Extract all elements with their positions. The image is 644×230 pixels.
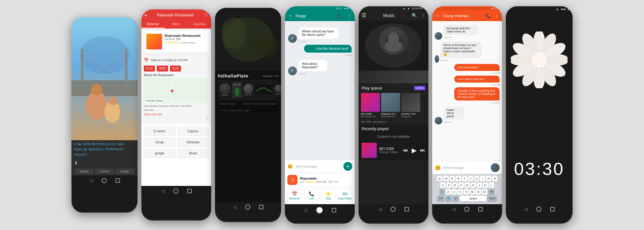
back-btn[interactable]: ◁ bbox=[378, 207, 382, 212]
depth-knob[interactable] bbox=[244, 84, 253, 93]
share-btn[interactable]: Share bbox=[177, 149, 209, 158]
key-a[interactable]: A bbox=[440, 182, 445, 188]
back-btn[interactable]: ◁ bbox=[89, 178, 93, 183]
open-btn[interactable]: OPEN bbox=[414, 86, 425, 90]
call-btn[interactable]: 📞 Call bbox=[304, 189, 318, 202]
key-o[interactable]: O bbox=[486, 176, 491, 181]
key-m[interactable]: M bbox=[482, 189, 488, 195]
yelp-btn[interactable]: ⭐ Yelp bbox=[321, 189, 335, 202]
key-q[interactable]: Q bbox=[437, 176, 442, 181]
slot-3[interactable]: 8:15 bbox=[170, 66, 181, 72]
google-btn[interactable]: google bbox=[115, 169, 134, 174]
home-btn[interactable] bbox=[245, 204, 250, 210]
recents-btn[interactable] bbox=[116, 178, 120, 183]
key-p[interactable]: P bbox=[492, 176, 497, 181]
key-f[interactable]: F bbox=[459, 182, 464, 188]
menu-icon[interactable]: ☰ bbox=[362, 12, 366, 18]
phone-icon[interactable]: 📞 bbox=[485, 13, 491, 18]
emoji-icon[interactable]: 😊 bbox=[435, 165, 441, 171]
slot-2[interactable]: 8:00 bbox=[157, 66, 168, 72]
recents-btn[interactable] bbox=[259, 205, 263, 209]
key-d[interactable]: D bbox=[452, 182, 458, 188]
mod-knob[interactable] bbox=[275, 85, 281, 92]
editing-btn[interactable]: editing bbox=[75, 169, 94, 174]
back-btn[interactable]: ◁ bbox=[161, 188, 165, 193]
key-b[interactable]: B bbox=[470, 189, 475, 195]
return-key[interactable]: return bbox=[487, 196, 497, 201]
key-u[interactable]: U bbox=[474, 176, 479, 181]
delete-key[interactable]: ⌫ bbox=[488, 189, 495, 195]
key-n[interactable]: N bbox=[476, 189, 481, 195]
play-btn[interactable]: ▶ bbox=[412, 147, 416, 154]
recents-btn[interactable] bbox=[187, 189, 192, 193]
key-z[interactable]: Z bbox=[446, 189, 451, 195]
recents-btn[interactable] bbox=[404, 207, 409, 211]
drive-label: DRIVE bbox=[220, 94, 230, 96]
scrap-btn[interactable]: Scrap bbox=[144, 138, 175, 147]
key-l[interactable]: L bbox=[489, 182, 494, 188]
key-s[interactable]: S bbox=[446, 182, 451, 188]
mode-text: MODE: Chrome bbox=[219, 103, 235, 105]
reserve-btn[interactable]: 📅 Reserve bbox=[287, 189, 302, 202]
back-btn[interactable]: ◁ bbox=[452, 207, 455, 212]
home-btn[interactable] bbox=[464, 207, 469, 212]
key-g[interactable]: G bbox=[465, 182, 470, 188]
home-btn[interactable] bbox=[316, 207, 323, 214]
back-btn[interactable]: ← bbox=[288, 13, 293, 19]
tab-reviews[interactable]: Reviews bbox=[188, 20, 211, 28]
slot-1[interactable]: 6:15 bbox=[144, 66, 155, 72]
key-c[interactable]: C bbox=[458, 189, 463, 195]
tab-menu[interactable]: Menu bbox=[165, 20, 188, 28]
qmemo-btn[interactable]: Q memo bbox=[144, 127, 175, 136]
opentable-btn[interactable]: 🍽 OpenTable bbox=[338, 189, 352, 202]
heart-icon[interactable]: ♡ bbox=[204, 12, 208, 18]
back-icon[interactable]: ● bbox=[144, 13, 147, 17]
music-header: ☰ Music 🔍 ⋮ bbox=[359, 10, 428, 20]
home-btn[interactable] bbox=[173, 188, 178, 193]
message-input[interactable]: Send message bbox=[295, 164, 342, 170]
key-h[interactable]: H bbox=[471, 182, 476, 188]
shift-key[interactable]: ⇧ bbox=[439, 189, 445, 195]
more-icon[interactable]: ⋮ bbox=[494, 13, 499, 18]
back-btn[interactable]: ◁ bbox=[233, 204, 236, 210]
next-btn[interactable]: ⏭ bbox=[420, 147, 425, 153]
more-icon[interactable]: ⋮ bbox=[347, 13, 352, 18]
globe-key[interactable]: 🌐 bbox=[445, 196, 452, 201]
send-btn[interactable]: ➤ bbox=[343, 162, 352, 171]
tab-reserve[interactable]: Reserve bbox=[141, 20, 165, 28]
prev-btn[interactable]: ⏮ bbox=[403, 147, 408, 153]
key-v[interactable]: V bbox=[464, 189, 469, 195]
refresh-btn[interactable]: refresh bbox=[95, 169, 114, 174]
key-x[interactable]: X bbox=[452, 189, 457, 195]
key-k[interactable]: K bbox=[483, 182, 488, 188]
emoji-icon[interactable]: 😊 bbox=[287, 164, 293, 169]
key-i[interactable]: I bbox=[480, 176, 485, 181]
space-key[interactable]: space bbox=[460, 196, 486, 201]
back-btn[interactable]: ← bbox=[435, 13, 440, 19]
message-input[interactable]: Send message bbox=[443, 166, 489, 170]
more-icon[interactable]: ⋮ bbox=[421, 13, 425, 18]
recents-btn[interactable] bbox=[332, 208, 336, 212]
home-btn[interactable] bbox=[391, 207, 396, 212]
key-j[interactable]: J bbox=[477, 182, 482, 188]
home-btn[interactable] bbox=[536, 207, 541, 212]
mic-key[interactable]: 🎤 bbox=[453, 196, 459, 201]
view-less-btn[interactable]: View Less Info bbox=[144, 113, 209, 116]
phone-icon[interactable]: 📞 bbox=[338, 13, 343, 18]
back-btn[interactable]: ◁ bbox=[304, 208, 307, 213]
key-y[interactable]: Y bbox=[468, 176, 473, 181]
home-btn[interactable] bbox=[102, 178, 107, 183]
key-r[interactable]: R bbox=[456, 176, 461, 181]
numbers-key[interactable]: 123 bbox=[437, 196, 444, 201]
recents-btn[interactable] bbox=[550, 207, 555, 211]
key-e[interactable]: E bbox=[450, 176, 455, 181]
key-w[interactable]: W bbox=[443, 176, 449, 181]
capture-btn[interactable]: Capture bbox=[177, 127, 209, 136]
key-t[interactable]: T bbox=[462, 176, 467, 181]
google-btn[interactable]: google bbox=[144, 149, 175, 158]
back-btn[interactable]: ◁ bbox=[524, 207, 528, 212]
drive-knob[interactable] bbox=[220, 83, 230, 94]
schedule-btn[interactable]: Schedule bbox=[177, 138, 209, 147]
recents-btn[interactable] bbox=[478, 207, 483, 211]
search-icon[interactable]: 🔍 bbox=[412, 13, 417, 18]
